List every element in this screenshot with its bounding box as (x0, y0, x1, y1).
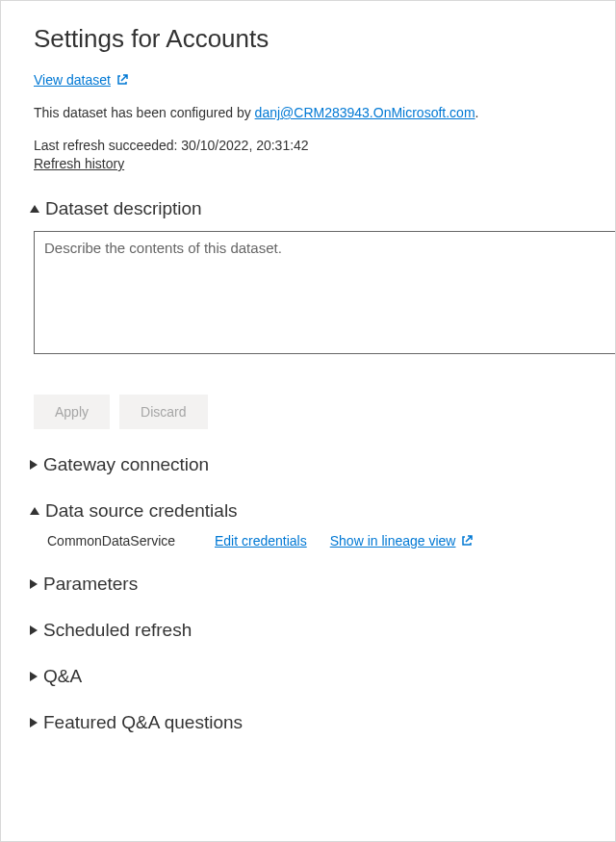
section-scheduled-refresh[interactable]: Scheduled refresh (30, 620, 615, 641)
section-gateway-connection[interactable]: Gateway connection (30, 454, 615, 475)
section-label: Gateway connection (43, 454, 209, 475)
last-refresh-text: Last refresh succeeded: 30/10/2022, 20:3… (34, 138, 615, 153)
section-featured-qa[interactable]: Featured Q&A questions (30, 712, 615, 733)
section-qa[interactable]: Q&A (30, 666, 615, 687)
lineage-label: Show in lineage view (330, 533, 456, 549)
section-dataset-description[interactable]: Dataset description (30, 198, 615, 219)
description-buttons: Apply Discard (34, 395, 615, 429)
configured-suffix: . (475, 105, 479, 120)
show-lineage-link[interactable]: Show in lineage view (330, 533, 474, 549)
page-title: Settings for Accounts (34, 24, 615, 54)
external-link-icon (461, 535, 473, 547)
section-label: Parameters (43, 574, 138, 595)
section-label: Scheduled refresh (43, 620, 192, 641)
dataset-description-textarea[interactable] (34, 231, 616, 354)
caret-right-icon (30, 460, 38, 470)
data-source-name: CommonDataService (47, 533, 192, 549)
view-dataset-label: View dataset (34, 72, 111, 88)
section-label: Featured Q&A questions (43, 712, 243, 733)
discard-button[interactable]: Discard (119, 395, 207, 429)
apply-button[interactable]: Apply (34, 395, 110, 429)
configured-by-line: This dataset has been configured by danj… (34, 105, 615, 120)
external-link-icon (116, 74, 128, 86)
configured-email-link[interactable]: danj@CRM283943.OnMicrosoft.com (255, 105, 475, 120)
configured-prefix: This dataset has been configured by (34, 105, 255, 120)
caret-right-icon (30, 718, 38, 727)
dataset-settings-page: Settings for Accounts View dataset This … (0, 0, 616, 842)
view-dataset-link[interactable]: View dataset (34, 72, 128, 88)
section-label: Q&A (43, 666, 82, 687)
credentials-row: CommonDataService Edit credentials Show … (47, 533, 615, 549)
section-data-source-credentials[interactable]: Data source credentials (30, 500, 615, 522)
edit-credentials-link[interactable]: Edit credentials (215, 533, 307, 549)
caret-right-icon (30, 625, 38, 635)
caret-right-icon (30, 579, 38, 589)
caret-up-icon (30, 507, 39, 515)
caret-up-icon (30, 205, 39, 213)
section-label: Data source credentials (45, 500, 238, 522)
refresh-history-link[interactable]: Refresh history (34, 156, 124, 171)
section-label: Dataset description (45, 198, 202, 219)
caret-right-icon (30, 672, 38, 681)
section-parameters[interactable]: Parameters (30, 574, 615, 595)
